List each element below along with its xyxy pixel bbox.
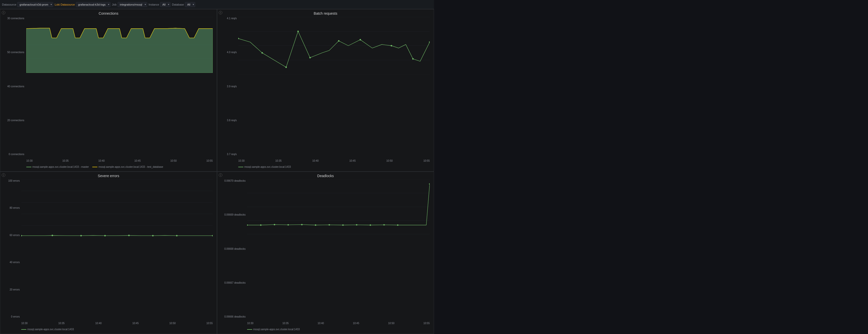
batch-y-axis: 4.1 req/s 4.0 req/s 3.9 req/s 3.8 req/s … <box>219 17 238 157</box>
datasource-select[interactable]: grafanacloud-k3d-prom <box>17 2 53 7</box>
database-select[interactable]: All <box>185 2 195 7</box>
job-select[interactable]: integrations/mssql <box>118 2 147 7</box>
job-select-wrapper[interactable]: integrations/mssql <box>118 2 147 7</box>
connections-x0: 10:30 <box>26 159 33 162</box>
svg-point-45 <box>315 224 316 226</box>
batch-chart-area: 4.1 req/s 4.0 req/s 3.9 req/s 3.8 req/s … <box>219 17 432 169</box>
svg-point-30 <box>104 235 106 237</box>
connections-legend-master: mssql.sample-apps.svc.cluster.local:1433… <box>26 165 89 168</box>
svg-point-47 <box>342 224 343 226</box>
connections-x2: 10:40 <box>98 159 105 162</box>
database-filter: Database All <box>172 2 195 7</box>
svg-point-34 <box>212 235 213 237</box>
severe-legend: mssql.sample-apps.svc.cluster.local:1433 <box>21 328 74 331</box>
loki-select-wrapper[interactable]: grafanacloud-k3d-logs <box>76 2 111 7</box>
batch-x-axis: 10:30 10:35 10:40 10:45 10:50 10:55 <box>238 159 430 162</box>
svg-point-46 <box>329 224 330 225</box>
connections-svg <box>26 17 213 73</box>
loki-select[interactable]: grafanacloud-k3d-logs <box>76 2 111 7</box>
svg-point-16 <box>338 40 340 42</box>
svg-point-15 <box>309 57 311 58</box>
batch-legend-label: mssql.sample-apps.svc.cluster.local:1433 <box>244 165 291 168</box>
datasource-label: Datasource <box>2 3 16 6</box>
deadlocks-x-axis: 10:30 10:35 10:40 10:45 10:50 10:55 <box>247 322 430 325</box>
connections-x3: 10:45 <box>134 159 141 162</box>
connections-panel: i Connections 30 connections 50 connecti… <box>0 9 217 172</box>
datasource-filter: Datasource grafanacloud-k3d-prom <box>2 2 53 7</box>
svg-point-33 <box>176 235 178 237</box>
svg-point-50 <box>383 224 385 225</box>
svg-point-43 <box>287 224 289 225</box>
svg-point-41 <box>260 224 261 226</box>
svg-point-49 <box>370 224 371 226</box>
connections-x1: 10:35 <box>62 159 68 162</box>
svg-point-44 <box>301 224 303 225</box>
svg-point-29 <box>81 235 82 237</box>
instance-select-wrapper[interactable]: All <box>160 2 170 7</box>
severe-chart-area: 100 errors 80 errors 60 errors 40 errors… <box>2 179 215 332</box>
severe-info-icon[interactable]: i <box>2 173 5 177</box>
svg-point-18 <box>391 45 392 47</box>
dashboard-grid: i Connections 30 connections 50 connecti… <box>0 9 434 334</box>
database-label: Database <box>172 3 184 6</box>
connections-y4: 30 connections <box>2 17 26 20</box>
deadlocks-chart-area: 0.06670 deadlocks 0.06669 deadlocks 0.06… <box>219 179 432 332</box>
svg-point-48 <box>356 224 357 225</box>
severe-errors-panel: i Severe errors 100 errors 80 errors 60 … <box>0 172 217 334</box>
toolbar: Datasource grafanacloud-k3d-prom Loki Da… <box>0 0 434 9</box>
connections-x4: 10:50 <box>170 159 177 162</box>
svg-point-13 <box>285 66 287 68</box>
connections-legend-master-label: mssql.sample-apps.svc.cluster.local:1433… <box>32 165 89 168</box>
connections-legend-test: mssql.sample-apps.svc.cluster.local:1433… <box>92 165 163 168</box>
svg-point-31 <box>128 235 130 236</box>
deadlocks-legend-label: mssql.sample-apps.svc.cluster.local:1433 <box>253 328 300 331</box>
connections-legend-test-line <box>92 167 97 167</box>
connections-x5: 10:55 <box>206 159 213 162</box>
connections-legend: mssql.sample-apps.svc.cluster.local:1433… <box>26 165 163 168</box>
connections-y1: 20 connections <box>2 119 26 122</box>
batch-requests-panel: i Batch requests 4.1 req/s 4.0 req/s 3.9… <box>217 9 434 172</box>
job-filter: Job integrations/mssql <box>112 2 147 7</box>
batch-info-icon[interactable]: i <box>219 11 222 14</box>
severe-legend-item: mssql.sample-apps.svc.cluster.local:1433 <box>21 328 74 331</box>
instance-filter: Instance All <box>149 2 171 7</box>
deadlocks-svg <box>247 179 430 234</box>
svg-point-11 <box>238 38 239 39</box>
severe-x-axis: 10:30 10:35 10:40 10:45 10:50 10:55 <box>21 322 213 325</box>
deadlocks-info-icon[interactable]: i <box>219 173 222 177</box>
svg-point-17 <box>360 39 361 40</box>
datasource-select-wrapper[interactable]: grafanacloud-k3d-prom <box>17 2 53 7</box>
loki-datasource-label: Loki Datasource <box>55 3 75 6</box>
severe-title: Severe errors <box>2 174 215 178</box>
batch-legend: mssql.sample-apps.svc.cluster.local:1433 <box>238 165 291 168</box>
instance-select[interactable]: All <box>160 2 170 7</box>
svg-point-40 <box>247 224 248 226</box>
database-select-wrapper[interactable]: All <box>185 2 195 7</box>
instance-label: Instance <box>149 3 159 6</box>
connections-y0: 0 connections <box>2 153 26 156</box>
connections-y3: 50 connections <box>2 51 26 54</box>
severe-svg <box>21 179 213 237</box>
batch-title: Batch requests <box>219 11 432 16</box>
deadlocks-panel: i Deadlocks 0.06670 deadlocks 0.06669 de… <box>217 172 434 334</box>
svg-point-52 <box>429 183 430 184</box>
connections-y-axis: 30 connections 50 connections 40 connect… <box>2 17 26 157</box>
loki-datasource-filter: Loki Datasource grafanacloud-k3d-logs <box>55 2 111 7</box>
connections-y2: 40 connections <box>2 85 26 88</box>
severe-legend-label: mssql.sample-apps.svc.cluster.local:1433 <box>27 328 74 331</box>
connections-info-icon[interactable]: i <box>2 11 5 14</box>
deadlocks-legend-item: mssql.sample-apps.svc.cluster.local:1433 <box>247 328 300 331</box>
connections-legend-master-line <box>26 167 31 167</box>
svg-point-20 <box>429 41 430 43</box>
svg-point-42 <box>274 224 275 225</box>
svg-point-28 <box>52 235 53 236</box>
connections-chart-area: 30 connections 50 connections 40 connect… <box>2 17 215 169</box>
svg-marker-5 <box>26 28 213 73</box>
job-label: Job <box>112 3 117 6</box>
batch-svg <box>238 17 430 74</box>
connections-x-axis: 10:30 10:35 10:40 10:45 10:50 10:55 <box>26 159 213 162</box>
svg-point-27 <box>21 235 22 237</box>
connections-legend-test-label: mssql.sample-apps.svc.cluster.local:1433… <box>98 165 163 168</box>
deadlocks-title: Deadlocks <box>219 174 432 178</box>
svg-point-32 <box>152 235 154 237</box>
